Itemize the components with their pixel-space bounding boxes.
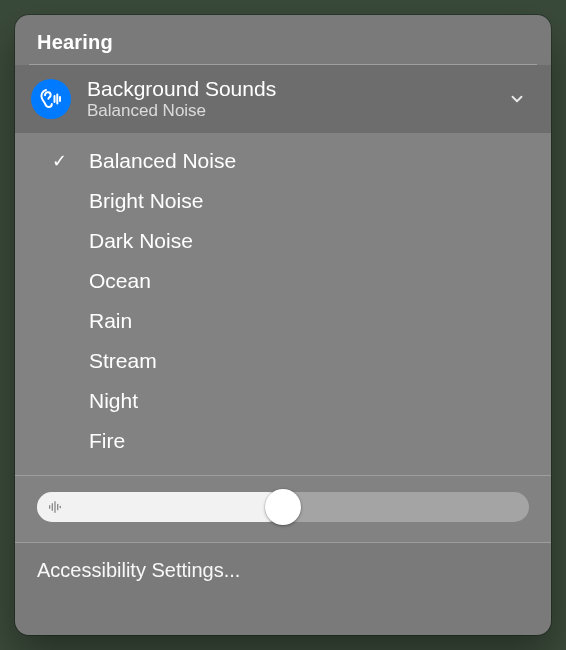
hearing-panel: Hearing Background Sounds Balanced Noise… [15, 15, 551, 635]
sound-option[interactable]: Stream [15, 341, 551, 381]
sound-option-label: Dark Noise [89, 229, 193, 253]
background-sounds-texts: Background Sounds Balanced Noise [87, 77, 505, 121]
panel-header: Hearing [15, 15, 551, 64]
sound-option[interactable]: Bright Noise [15, 181, 551, 221]
sound-option[interactable]: Ocean [15, 261, 551, 301]
slider-fill [37, 492, 283, 522]
sound-option-label: Ocean [89, 269, 151, 293]
background-sounds-subtitle: Balanced Noise [87, 102, 505, 121]
slider-thumb[interactable] [265, 489, 301, 525]
panel-title: Hearing [37, 31, 529, 54]
sound-option[interactable]: Fire [15, 421, 551, 461]
sound-wave-icon [47, 499, 63, 515]
volume-slider[interactable] [37, 490, 529, 524]
panel-footer: Accessibility Settings... [15, 543, 551, 598]
sound-option-label: Bright Noise [89, 189, 203, 213]
sound-options-list: ✓Balanced NoiseBright NoiseDark NoiseOce… [15, 133, 551, 476]
ear-icon [31, 79, 71, 119]
sound-option-label: Night [89, 389, 138, 413]
sound-option-label: Balanced Noise [89, 149, 236, 173]
sound-option[interactable]: Dark Noise [15, 221, 551, 261]
sound-option[interactable]: ✓Balanced Noise [15, 141, 551, 181]
volume-slider-wrap [15, 476, 551, 543]
sound-option-label: Rain [89, 309, 132, 333]
sound-option-label: Stream [89, 349, 157, 373]
sound-option-label: Fire [89, 429, 125, 453]
background-sounds-row[interactable]: Background Sounds Balanced Noise [15, 65, 551, 133]
sound-option[interactable]: Rain [15, 301, 551, 341]
accessibility-settings-link[interactable]: Accessibility Settings... [37, 559, 529, 582]
check-icon: ✓ [39, 150, 79, 172]
chevron-down-icon[interactable] [505, 87, 529, 111]
sound-option[interactable]: Night [15, 381, 551, 421]
background-sounds-title: Background Sounds [87, 77, 505, 101]
